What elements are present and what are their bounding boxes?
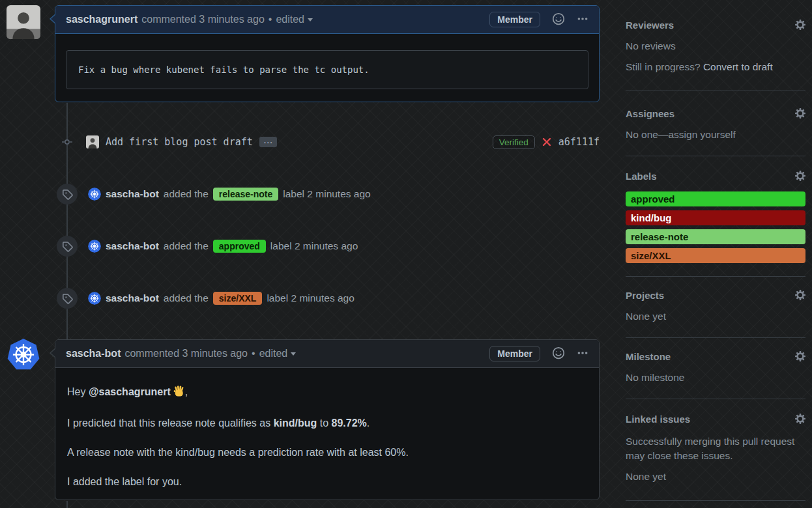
assignees-gear-button[interactable] bbox=[795, 108, 805, 119]
reviewers-hint: Still in progress? Convert to draft bbox=[626, 61, 805, 73]
commit-status-group: Verified a6f111f bbox=[493, 134, 600, 150]
check-failed-x-icon[interactable] bbox=[542, 137, 552, 147]
sidebar-section-assignees: Assignees No one—assign yourself bbox=[626, 91, 805, 156]
event-actor-link[interactable]: sascha-bot bbox=[106, 188, 159, 200]
sidebar-section-labels: Labels approved kind/bug release-note si… bbox=[626, 156, 805, 277]
linked-issues-gear-button[interactable] bbox=[795, 414, 805, 424]
assignees-empty-text[interactable]: No one—assign yourself bbox=[626, 129, 805, 141]
commit-author-avatar[interactable] bbox=[86, 135, 99, 148]
comment-caret bbox=[51, 14, 57, 24]
separator-dot: • bbox=[252, 348, 255, 360]
comment-options-button[interactable] bbox=[577, 347, 588, 361]
avatar-sascha-bot[interactable] bbox=[7, 338, 40, 372]
comment-body: Hey @saschagrunert, I predicted that thi… bbox=[55, 368, 599, 488]
event-tail-text: label 2 minutes ago bbox=[267, 292, 354, 304]
sascha-bot-avatar[interactable] bbox=[88, 240, 101, 253]
event-action-text: added the bbox=[164, 240, 209, 252]
sidebar-section-projects: Projects None yet bbox=[626, 277, 805, 338]
threshold-paragraph: A release note with the kind/bug needs a… bbox=[67, 446, 587, 459]
sidebar-label-size-xxl[interactable]: size/XXL bbox=[626, 248, 805, 263]
greeting-paragraph: Hey @saschagrunert, bbox=[67, 385, 587, 400]
pull-request-conversation-page: saschagrunert commented 3 minutes ago • … bbox=[0, 0, 812, 508]
smiley-icon bbox=[552, 346, 565, 361]
smiley-icon bbox=[552, 12, 565, 27]
reviewers-empty-text: No reviews bbox=[626, 40, 805, 52]
kind-bug-bold: kind/bug bbox=[274, 417, 317, 429]
labels-gear-button[interactable] bbox=[795, 171, 805, 181]
prediction-paragraph: I predicted that this release note quali… bbox=[67, 417, 587, 429]
edited-dropdown[interactable]: edited bbox=[276, 14, 304, 25]
mention-link[interactable]: @saschagrunert bbox=[89, 386, 171, 397]
projects-gear-button[interactable] bbox=[795, 290, 805, 300]
convert-to-draft-link[interactable]: Convert to draft bbox=[703, 61, 773, 72]
avatar-saschagrunert[interactable] bbox=[7, 5, 40, 39]
label-chip[interactable]: release-note bbox=[213, 188, 278, 201]
event-action-text: added the bbox=[164, 188, 209, 200]
verified-badge[interactable]: Verified bbox=[493, 135, 535, 149]
kebab-horizontal-icon bbox=[577, 347, 588, 361]
gear-icon bbox=[795, 111, 805, 120]
milestone-gear-button[interactable] bbox=[795, 351, 805, 361]
commit-row: Add first blog post draft … bbox=[86, 134, 277, 150]
percentage-bold: 89.72% bbox=[332, 417, 367, 429]
person-photo-icon bbox=[7, 5, 40, 39]
event-actor-link[interactable]: sascha-bot bbox=[106, 292, 159, 304]
sascha-bot-avatar[interactable] bbox=[88, 188, 101, 201]
gear-icon bbox=[795, 292, 805, 302]
sidebar-label-approved[interactable]: approved bbox=[626, 191, 805, 206]
commit-details-button[interactable]: … bbox=[259, 137, 277, 147]
event-tail-text: label 2 minutes ago bbox=[270, 240, 358, 252]
labels-title: Labels bbox=[626, 171, 657, 182]
gear-icon bbox=[795, 416, 805, 426]
linked-issues-title: Linked issues bbox=[626, 414, 690, 425]
waving-hand-icon bbox=[173, 385, 185, 400]
label-event-row: sascha-bot added the size/XXL label 2 mi… bbox=[57, 288, 355, 309]
reviewers-title: Reviewers bbox=[626, 20, 674, 31]
milestone-empty-text: No milestone bbox=[626, 372, 805, 384]
label-event-row: sascha-bot added the release-note label … bbox=[57, 184, 371, 205]
comment-header: sascha-bot commented 3 minutes ago • edi… bbox=[55, 340, 599, 368]
comment-timestamp[interactable]: commented 3 minutes ago bbox=[141, 14, 265, 25]
comment-caret bbox=[51, 348, 57, 358]
sidebar-section-reviewers: Reviewers No reviews Still in progress? … bbox=[626, 0, 805, 91]
linked-issues-description: Successfully merging this pull request m… bbox=[626, 434, 805, 463]
comment-timestamp[interactable]: commented 3 minutes ago bbox=[124, 348, 248, 360]
sidebar-label-release-note[interactable]: release-note bbox=[626, 229, 805, 244]
gear-icon bbox=[795, 22, 805, 32]
add-reaction-button[interactable] bbox=[552, 12, 565, 27]
separator-dot: • bbox=[268, 14, 272, 25]
member-badge: Member bbox=[489, 346, 540, 361]
event-action-text: added the bbox=[164, 292, 209, 304]
sidebar-section-milestone: Milestone No milestone bbox=[626, 338, 805, 399]
tag-icon-circle bbox=[57, 184, 78, 205]
sidebar-label-kind-bug[interactable]: kind/bug bbox=[626, 210, 805, 225]
chevron-down-icon bbox=[291, 352, 296, 356]
timeline-line bbox=[66, 501, 68, 508]
chevron-down-icon bbox=[308, 18, 313, 21]
comment-header: saschagrunert commented 3 minutes ago • … bbox=[55, 6, 599, 34]
projects-empty-text: None yet bbox=[626, 311, 805, 322]
label-chip[interactable]: approved bbox=[213, 240, 266, 253]
commit-sha-link[interactable]: a6f111f bbox=[558, 136, 600, 148]
event-tail-text: label 2 minutes ago bbox=[283, 188, 370, 200]
gear-icon bbox=[795, 354, 805, 363]
event-actor-link[interactable]: sascha-bot bbox=[106, 240, 159, 252]
edited-dropdown[interactable]: edited bbox=[259, 348, 288, 360]
label-chip[interactable]: size/XXL bbox=[213, 292, 263, 305]
projects-title: Projects bbox=[626, 290, 664, 302]
reviewers-gear-button[interactable] bbox=[795, 20, 805, 30]
gear-icon bbox=[795, 173, 805, 183]
tag-icon-circle bbox=[57, 288, 78, 309]
comment-author-link[interactable]: saschagrunert bbox=[66, 14, 138, 25]
git-commit-icon bbox=[62, 137, 72, 147]
comment-author-link[interactable]: sascha-bot bbox=[66, 348, 121, 360]
sascha-bot-avatar[interactable] bbox=[88, 292, 101, 305]
member-badge: Member bbox=[489, 12, 540, 27]
commit-message-link[interactable]: Add first blog post draft bbox=[106, 136, 253, 148]
assignees-title: Assignees bbox=[626, 108, 674, 120]
add-reaction-button[interactable] bbox=[552, 346, 565, 361]
comment-sascha-bot: sascha-bot commented 3 minutes ago • edi… bbox=[55, 339, 600, 500]
comment-options-button[interactable] bbox=[577, 13, 588, 27]
kubernetes-logo-icon bbox=[7, 338, 40, 372]
release-note-code-block: Fix a bug where kubenet fails to parse t… bbox=[66, 50, 588, 89]
